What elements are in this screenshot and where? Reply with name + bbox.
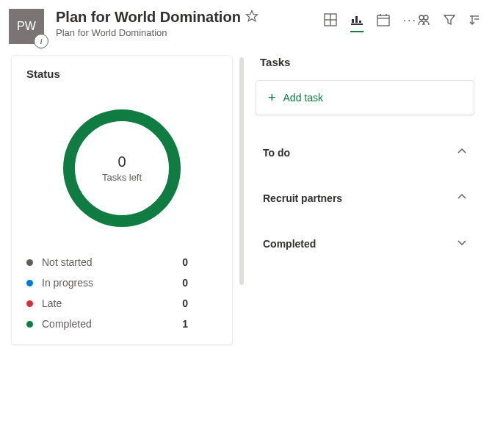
chevron-up-icon xyxy=(457,146,467,159)
chevron-down-icon xyxy=(457,237,467,250)
svg-point-12 xyxy=(419,15,424,20)
legend-item: Completed 1 xyxy=(26,318,217,330)
legend-count: 1 xyxy=(182,318,217,330)
legend-dot-icon xyxy=(26,300,33,307)
view-charts-icon[interactable] xyxy=(350,13,363,32)
legend-label: Not started xyxy=(42,256,173,268)
legend-item: Not started 0 xyxy=(26,256,217,268)
more-views-icon[interactable]: ··· xyxy=(403,14,417,32)
right-tools xyxy=(417,13,480,34)
legend-label: In progress xyxy=(42,277,173,289)
bucket-header[interactable]: To do xyxy=(256,130,474,176)
svg-rect-4 xyxy=(351,24,363,25)
svg-point-13 xyxy=(424,15,428,20)
status-legend: Not started 0 In progress 0 Late 0 Compl… xyxy=(26,256,217,330)
view-board-icon[interactable] xyxy=(324,13,337,32)
members-icon[interactable] xyxy=(417,13,430,29)
bucket-title: Recruit partners xyxy=(263,192,342,204)
donut-chart-container: 0 Tasks left xyxy=(26,109,217,227)
title-area: Plan for World Domination Plan for World… xyxy=(56,9,324,38)
status-card-title: Status xyxy=(26,68,217,80)
svg-rect-6 xyxy=(355,16,358,23)
view-switcher: ··· xyxy=(324,13,417,32)
filter-icon[interactable] xyxy=(444,14,455,29)
tasks-panel: Tasks + Add task To do Recruit partners … xyxy=(248,47,492,353)
svg-rect-8 xyxy=(377,15,389,26)
svg-rect-7 xyxy=(359,21,361,23)
legend-label: Completed xyxy=(42,318,173,330)
legend-count: 0 xyxy=(182,256,217,268)
tasks-panel-title: Tasks xyxy=(256,56,474,68)
pane-divider[interactable] xyxy=(239,57,244,285)
view-schedule-icon[interactable] xyxy=(377,13,390,32)
header: PW i Plan for World Domination Plan for … xyxy=(0,0,492,47)
donut-label: Tasks left xyxy=(102,172,142,183)
sort-icon[interactable] xyxy=(469,14,480,29)
legend-dot-icon xyxy=(26,259,33,266)
bucket-title: To do xyxy=(263,147,290,159)
plus-icon: + xyxy=(268,91,276,104)
plan-subtitle: Plan for World Domination xyxy=(56,27,324,38)
bucket-header[interactable]: Recruit partners xyxy=(256,176,474,221)
legend-dot-icon xyxy=(26,321,33,328)
donut-value: 0 xyxy=(117,153,126,170)
legend-count: 0 xyxy=(182,277,217,289)
legend-item: In progress 0 xyxy=(26,277,217,289)
add-task-button[interactable]: + Add task xyxy=(256,80,474,115)
chevron-up-icon xyxy=(457,192,467,205)
svg-marker-0 xyxy=(246,10,257,21)
status-card: Status 0 Tasks left Not started 0 In pro… xyxy=(12,56,232,344)
bucket-header[interactable]: Completed xyxy=(256,221,474,267)
legend-count: 0 xyxy=(182,297,217,309)
legend-label: Late xyxy=(42,297,173,309)
main-content: Status 0 Tasks left Not started 0 In pro… xyxy=(0,47,492,353)
plan-avatar[interactable]: PW i xyxy=(9,9,44,44)
donut-chart: 0 Tasks left xyxy=(63,109,181,227)
plan-title: Plan for World Domination xyxy=(56,9,241,26)
favorite-icon[interactable] xyxy=(245,10,258,26)
plan-initials: PW xyxy=(17,20,36,33)
add-task-label: Add task xyxy=(283,92,323,104)
legend-dot-icon xyxy=(26,280,33,286)
bucket-title: Completed xyxy=(263,238,316,250)
legend-item: Late 0 xyxy=(26,297,217,309)
svg-rect-5 xyxy=(352,19,354,23)
info-icon[interactable]: i xyxy=(34,34,48,48)
